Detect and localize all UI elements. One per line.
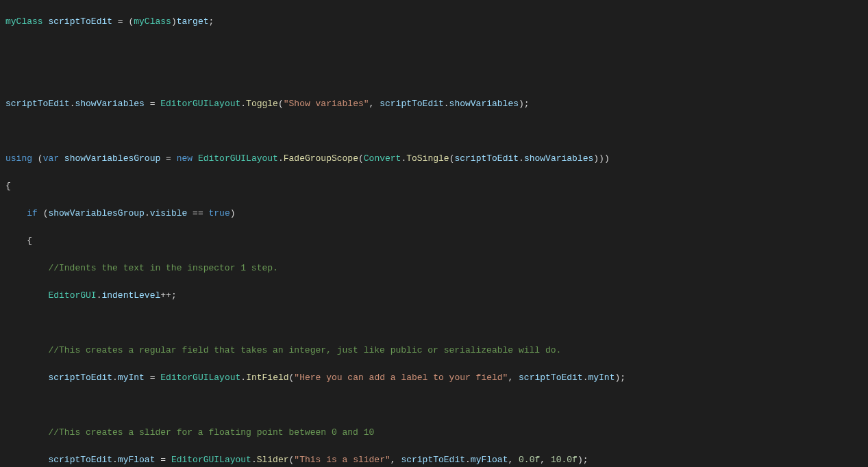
code-line[interactable]: { — [5, 234, 868, 248]
brace-token: { — [5, 181, 11, 191]
code-line[interactable]: scriptToEdit.myInt = EditorGUILayout.Int… — [5, 371, 868, 385]
comment-line[interactable]: //Indents the text in the inspector 1 st… — [5, 262, 868, 275]
comment-token: //Indents the text in the inspector 1 st… — [5, 263, 278, 273]
code-line[interactable]: if (showVariablesGroup.visible == true) — [5, 207, 868, 220]
type-token: myClass — [5, 16, 43, 27]
code-line[interactable]: using (var showVariablesGroup = new Edit… — [5, 152, 868, 166]
blank-line[interactable] — [5, 70, 868, 84]
brace-token: { — [5, 236, 32, 246]
code-line[interactable]: { — [5, 179, 868, 193]
number-token: 0.0f — [519, 455, 540, 465]
type-token: myClass — [134, 16, 171, 27]
blank-line[interactable] — [5, 316, 868, 330]
code-editor[interactable]: myClass scriptToEdit = (myClass)target; … — [0, 0, 868, 467]
code-line[interactable]: EditorGUI.indentLevel++; — [5, 289, 868, 303]
code-line[interactable]: scriptToEdit.showVariables = EditorGUILa… — [5, 97, 868, 111]
comment-line[interactable]: //This creates a regular field that take… — [5, 344, 868, 357]
variable-token: scriptToEdit — [48, 16, 112, 27]
string-token: "Show variables" — [284, 99, 369, 109]
code-line[interactable]: myClass scriptToEdit = (myClass)target; — [5, 15, 868, 29]
blank-line[interactable] — [5, 42, 868, 56]
blank-line[interactable] — [5, 125, 868, 138]
variable-token: target — [177, 16, 209, 27]
comment-line[interactable]: //This creates a slider for a floating p… — [5, 426, 868, 440]
code-line[interactable]: scriptToEdit.myFloat = EditorGUILayout.S… — [5, 453, 868, 467]
blank-line[interactable] — [5, 399, 868, 412]
keyword-token: using — [5, 153, 32, 164]
